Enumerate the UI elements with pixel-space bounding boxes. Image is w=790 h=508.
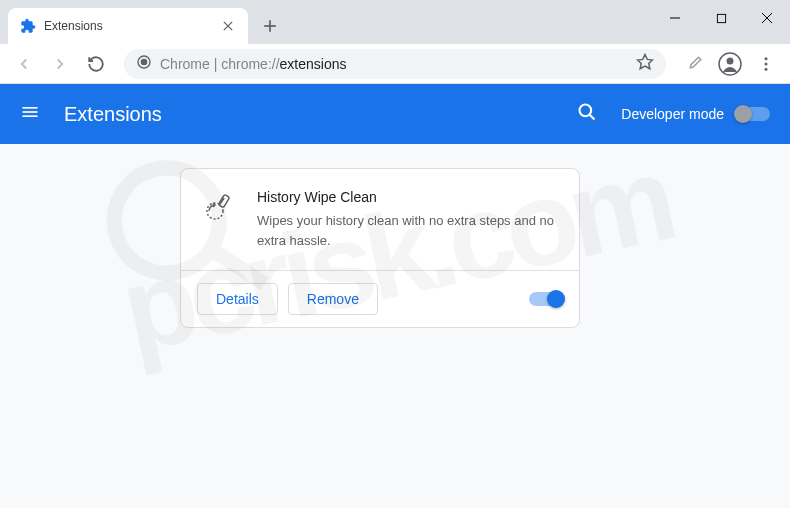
profile-avatar-button[interactable] <box>714 48 746 80</box>
svg-marker-12 <box>638 54 653 68</box>
reload-button[interactable] <box>80 48 112 80</box>
extension-puzzle-icon <box>20 18 36 34</box>
chrome-menu-button[interactable] <box>750 48 782 80</box>
toggle-thumb-icon <box>734 105 752 123</box>
chrome-security-icon <box>136 54 152 74</box>
page-title: Extensions <box>64 103 577 126</box>
toggle-thumb-icon <box>547 290 565 308</box>
search-button[interactable] <box>577 102 601 126</box>
browser-tab[interactable]: Extensions <box>8 8 248 44</box>
extension-info: History Wipe Clean Wipes your history cl… <box>257 189 559 250</box>
svg-rect-18 <box>23 107 38 109</box>
svg-rect-20 <box>23 115 38 117</box>
svg-rect-19 <box>23 111 38 113</box>
extension-card-footer: Details Remove <box>181 270 579 327</box>
svg-line-22 <box>590 115 595 120</box>
window-minimize-button[interactable] <box>652 0 698 36</box>
svg-point-21 <box>580 105 592 117</box>
omnibox-prefix: Chrome <box>160 56 210 72</box>
back-button[interactable] <box>8 48 40 80</box>
omnibox-separator: | <box>210 56 221 72</box>
address-bar[interactable]: Chrome | chrome://extensions <box>124 49 666 79</box>
forward-button[interactable] <box>44 48 76 80</box>
new-tab-button[interactable] <box>256 12 284 40</box>
omnibox-path: extensions <box>280 56 347 72</box>
remove-button[interactable]: Remove <box>288 283 378 315</box>
svg-point-15 <box>765 57 768 60</box>
svg-rect-3 <box>717 14 725 22</box>
extension-description: Wipes your history clean with no extra s… <box>257 211 559 250</box>
browser-toolbar: Chrome | chrome://extensions <box>0 44 790 84</box>
address-bar-text: Chrome | chrome://extensions <box>160 56 347 72</box>
omnibox-scheme: chrome:// <box>221 56 279 72</box>
details-button[interactable]: Details <box>197 283 278 315</box>
extension-card: History Wipe Clean Wipes your history cl… <box>180 168 580 328</box>
developer-mode-label: Developer mode <box>621 106 724 122</box>
tab-title: Extensions <box>44 19 220 33</box>
window-controls <box>652 0 790 36</box>
extension-icon <box>201 189 237 225</box>
svg-point-14 <box>727 57 734 64</box>
eyedropper-extension-icon[interactable] <box>678 48 710 80</box>
extension-card-body: History Wipe Clean Wipes your history cl… <box>181 169 579 270</box>
extensions-header: Extensions Developer mode <box>0 84 790 144</box>
extensions-content: History Wipe Clean Wipes your history cl… <box>0 144 790 508</box>
extension-name: History Wipe Clean <box>257 189 559 205</box>
hamburger-menu-button[interactable] <box>20 102 44 126</box>
svg-point-17 <box>765 67 768 70</box>
svg-point-16 <box>765 62 768 65</box>
svg-point-11 <box>141 59 146 64</box>
tab-close-button[interactable] <box>220 18 236 34</box>
window-maximize-button[interactable] <box>698 0 744 36</box>
bookmark-star-icon[interactable] <box>636 53 654 75</box>
extension-enabled-toggle[interactable] <box>529 292 563 306</box>
developer-mode-toggle[interactable] <box>736 107 770 121</box>
svg-rect-24 <box>218 194 229 207</box>
omnibox-actions <box>636 53 654 75</box>
window-close-button[interactable] <box>744 0 790 36</box>
